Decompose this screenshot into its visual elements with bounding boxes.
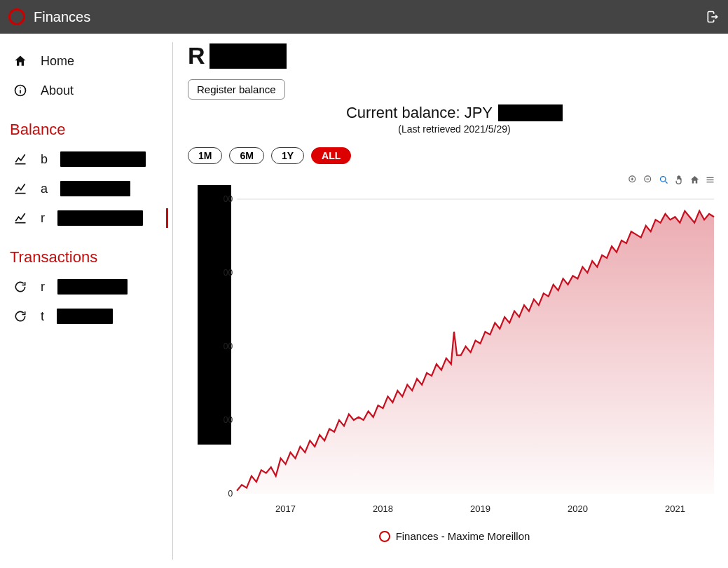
- svg-text:00: 00: [224, 194, 233, 204]
- svg-text:00: 00: [224, 415, 233, 425]
- logo-icon: [8, 8, 25, 25]
- chart-line-icon: [13, 151, 28, 167]
- info-icon: [13, 83, 28, 98]
- redacted: [57, 279, 128, 295]
- zoom-select-icon[interactable]: [658, 174, 669, 185]
- zoom-in-icon[interactable]: [627, 174, 638, 185]
- sidebar-item-home[interactable]: Home: [10, 46, 167, 76]
- chart-toolbar: [188, 174, 721, 185]
- page-title: R: [188, 42, 205, 69]
- redacted: [498, 104, 563, 121]
- sidebar-transaction-item[interactable]: t: [10, 302, 167, 331]
- app-title: Finances: [34, 9, 90, 25]
- logout-icon[interactable]: [706, 10, 720, 24]
- refresh-icon: [13, 309, 28, 324]
- range-1y-button[interactable]: 1Y: [271, 147, 304, 164]
- svg-text:2021: 2021: [665, 503, 685, 514]
- menu-icon[interactable]: [704, 174, 715, 185]
- range-1m-button[interactable]: 1M: [188, 147, 222, 164]
- svg-text:2019: 2019: [470, 503, 490, 514]
- sidebar-item-label: r: [41, 211, 45, 226]
- last-retrieved-text: (Last retrieved 2021/5/29): [188, 123, 721, 135]
- footer: Finances - Maxime Moreillon: [188, 530, 721, 542]
- svg-point-2: [20, 87, 21, 88]
- redacted: [57, 309, 113, 324]
- chart-line-icon: [13, 181, 28, 196]
- range-6m-button[interactable]: 6M: [229, 147, 263, 164]
- refresh-icon: [13, 279, 28, 295]
- app-header: Finances: [0, 0, 728, 34]
- current-balance-label: Current balance: JPY: [346, 104, 493, 122]
- time-range-selector: 1M 6M 1Y ALL: [188, 147, 721, 164]
- redacted: [60, 181, 130, 196]
- svg-line-9: [665, 181, 667, 183]
- page-title-row: R: [188, 42, 721, 69]
- range-all-button[interactable]: ALL: [311, 147, 351, 164]
- sidebar-balance-item[interactable]: b: [10, 144, 167, 174]
- sidebar-item-label: a: [41, 182, 48, 196]
- pan-icon[interactable]: [673, 174, 685, 185]
- sidebar: Home About Balance b a r Tr: [0, 34, 174, 568]
- current-balance-line: Current balance: JPY (Last retrieved 202…: [188, 104, 721, 135]
- reset-home-icon[interactable]: [689, 174, 700, 185]
- main-content: R Register balance Current balance: JPY …: [174, 34, 728, 568]
- svg-text:2017: 2017: [275, 503, 296, 514]
- sidebar-heading-balance: Balance: [10, 121, 167, 139]
- balance-chart[interactable]: 20172018201920202021000000000: [188, 185, 721, 522]
- svg-text:00: 00: [224, 342, 233, 351]
- svg-text:2020: 2020: [568, 503, 588, 514]
- svg-text:00: 00: [224, 268, 233, 278]
- sidebar-item-label: t: [41, 309, 44, 324]
- home-icon: [13, 53, 28, 69]
- register-balance-button[interactable]: Register balance: [188, 79, 285, 100]
- sidebar-item-about[interactable]: About: [10, 76, 167, 105]
- svg-point-8: [660, 176, 666, 182]
- sidebar-item-label: r: [41, 280, 45, 295]
- sidebar-item-label: b: [41, 152, 48, 167]
- redacted: [210, 43, 287, 69]
- svg-text:2018: 2018: [373, 503, 393, 514]
- sidebar-balance-item[interactable]: a: [10, 174, 167, 203]
- zoom-out-icon[interactable]: [643, 174, 654, 185]
- sidebar-divider: [172, 42, 173, 560]
- brand: Finances: [8, 8, 90, 25]
- sidebar-heading-transactions: Transactions: [10, 248, 167, 266]
- sidebar-balance-item-active[interactable]: r: [10, 203, 167, 233]
- redacted: [57, 210, 143, 226]
- redacted: [60, 151, 146, 167]
- chart-line-icon: [13, 210, 28, 226]
- footer-text: Finances - Maxime Moreillon: [396, 530, 530, 542]
- sidebar-item-label: About: [41, 83, 74, 98]
- svg-text:0: 0: [228, 489, 233, 499]
- sidebar-item-label: Home: [41, 54, 74, 69]
- sidebar-transaction-item[interactable]: r: [10, 272, 167, 302]
- logo-icon: [379, 531, 390, 542]
